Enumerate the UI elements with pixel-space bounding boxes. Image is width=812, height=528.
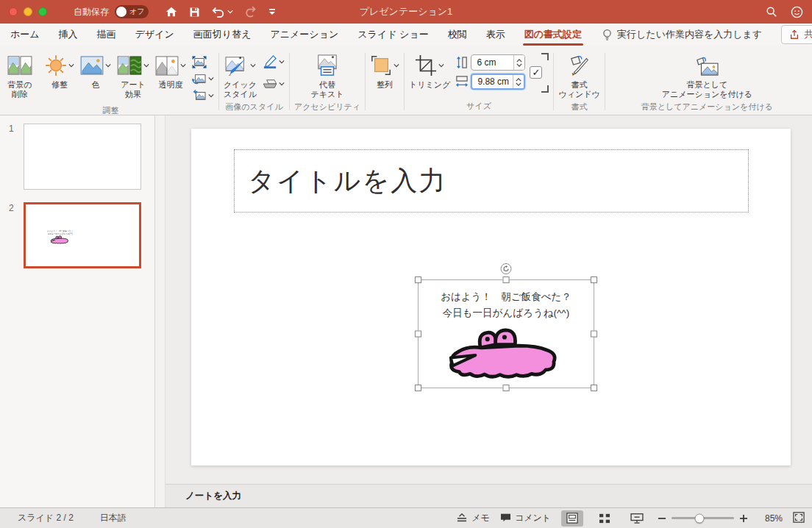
zoom-slider[interactable] — [658, 515, 747, 522]
more-commands-icon[interactable] — [268, 7, 277, 16]
group-arrange: 整列 — [366, 49, 404, 115]
close-button[interactable] — [9, 7, 18, 16]
quick-styles-label: クイック — [224, 80, 257, 89]
resize-handle-w[interactable] — [415, 331, 421, 338]
height-field[interactable]: 6 cm — [471, 54, 525, 71]
lock-aspect-checkbox[interactable]: ✓ — [530, 66, 542, 79]
save-icon[interactable] — [188, 6, 201, 18]
zoom-slider-thumb[interactable] — [695, 513, 705, 523]
fit-slide-button[interactable] — [793, 512, 805, 525]
group-picture-styles: クイックスタイル 画像のスタイル — [219, 49, 289, 115]
share-button[interactable]: 共有 — [781, 25, 812, 44]
width-value: 9.88 cm — [472, 76, 513, 87]
slideshow-icon — [630, 513, 644, 524]
notes-toggle-button[interactable]: メモ — [456, 512, 490, 524]
autosave-toggle[interactable]: オフ — [115, 5, 149, 18]
zoom-in-icon[interactable] — [740, 515, 747, 522]
tell-me-box[interactable]: 実行したい作業内容を入力します — [602, 28, 762, 41]
transparency-button[interactable]: 透明度 — [155, 53, 186, 90]
redo-icon[interactable] — [243, 5, 257, 18]
corrections-button[interactable]: 修整 — [45, 53, 74, 90]
tab-review[interactable]: 校閲 — [448, 25, 467, 44]
language-indicator[interactable]: 日本語 — [100, 512, 127, 524]
remove-background-icon — [7, 53, 32, 78]
selected-picture[interactable]: おはよう！ 朝ご飯食べた？ 今日も一日がんばろうね(^^) — [418, 279, 594, 388]
resize-handle-nw[interactable] — [415, 277, 421, 283]
slide1-thumbnail[interactable] — [24, 124, 141, 190]
format-pane-button[interactable]: 書式ウィンドウ — [558, 53, 599, 99]
tab-slideshow[interactable]: スライド ショー — [357, 25, 428, 44]
resize-handle-e[interactable] — [591, 331, 597, 338]
autosave-label: 自動保存 — [74, 6, 109, 18]
title-bar: プレゼンテーション1 自動保存 オフ — [0, 0, 812, 24]
lock-aspect-ratio: ✓ — [533, 53, 549, 93]
tab-animations[interactable]: アニメーション — [270, 25, 338, 44]
alt-text-button[interactable]: 代替テキスト — [311, 53, 344, 99]
maximize-button[interactable] — [38, 7, 47, 16]
resize-handle-se[interactable] — [591, 385, 597, 391]
crop-button[interactable]: トリミング — [409, 53, 450, 90]
picture-icon — [80, 56, 104, 75]
slide-sorter-icon — [599, 513, 610, 524]
picture-effects-button[interactable] — [263, 76, 285, 91]
zoom-slider-track[interactable] — [672, 517, 734, 519]
minimize-button[interactable] — [24, 7, 32, 16]
compress-picture-button[interactable] — [192, 54, 214, 69]
remove-background-button[interactable]: 背景の削除 — [7, 53, 32, 99]
quick-styles-icon — [224, 55, 249, 76]
autosave-state: オフ — [129, 7, 144, 17]
normal-view-icon — [566, 513, 578, 524]
account-icon[interactable] — [791, 6, 803, 18]
slideshow-button[interactable] — [626, 510, 648, 527]
rotate-handle[interactable] — [501, 263, 512, 274]
status-bar: スライド 2 / 2 日本語 メモ コメント — [0, 507, 812, 528]
shape-height-icon — [456, 56, 468, 69]
change-picture-button[interactable] — [192, 71, 214, 86]
title-placeholder[interactable]: タイトルを入力 — [234, 149, 749, 213]
width-field[interactable]: 9.88 cm — [471, 74, 525, 90]
group-size: トリミング 6 cm — [405, 49, 553, 115]
normal-view-button[interactable] — [561, 510, 583, 527]
slide-sorter-button[interactable] — [594, 510, 616, 527]
color-button[interactable]: 色 — [80, 53, 111, 90]
undo-icon[interactable] — [211, 5, 233, 18]
fit-slide-icon — [793, 512, 805, 523]
picture-border-button[interactable] — [263, 54, 285, 69]
resize-handle-s[interactable] — [503, 385, 510, 391]
resize-handle-n[interactable] — [503, 277, 510, 283]
resize-handle-ne[interactable] — [591, 277, 597, 283]
artistic-effects-button[interactable]: アート効果 — [117, 53, 149, 99]
accessibility-group-label: アクセシビリティ — [294, 99, 360, 115]
reset-picture-button[interactable] — [192, 88, 214, 103]
ribbon: 背景の削除 修整 色 — [0, 46, 812, 115]
notes-pane[interactable]: ノートを入力 — [165, 484, 812, 507]
height-stepper[interactable] — [513, 55, 524, 70]
width-stepper[interactable] — [513, 75, 524, 88]
tab-home[interactable]: ホーム — [10, 25, 40, 44]
home-icon[interactable] — [165, 5, 178, 18]
search-icon[interactable] — [766, 6, 777, 18]
tab-view[interactable]: 表示 — [486, 25, 505, 44]
quick-styles-button[interactable]: クイックスタイル — [224, 53, 257, 99]
bg-animation-button[interactable]: 背景としてアニメーションを付ける — [662, 53, 752, 99]
comments-toggle-button[interactable]: コメント — [500, 512, 551, 524]
zoom-level[interactable]: 85% — [758, 513, 783, 524]
align-button[interactable]: 整列 — [370, 53, 399, 90]
eraser-icon — [263, 79, 277, 89]
tab-draw[interactable]: 描画 — [97, 25, 116, 44]
sun-icon — [45, 54, 67, 76]
tab-insert[interactable]: 挿入 — [59, 25, 78, 44]
bg-animation-label: 背景として — [686, 80, 727, 89]
tab-transitions[interactable]: 画面切り替え — [193, 25, 252, 44]
bg-animation-icon — [694, 54, 719, 76]
bg-animation-group-label: 背景としてアニメーションを付ける — [610, 99, 805, 115]
tab-design[interactable]: デザイン — [135, 25, 174, 44]
slide1-number: 1 — [9, 124, 14, 134]
thumbnail-scrollbar-gutter[interactable] — [155, 115, 165, 507]
resize-handle-sw[interactable] — [415, 385, 421, 391]
slide2-thumbnail[interactable]: おはよう！ 朝ご飯食べた？ 今日も一日がんばろうね(^^) — [24, 202, 141, 268]
tab-picture-format[interactable]: 図の書式設定 — [524, 25, 582, 44]
share-icon — [789, 29, 799, 40]
zoom-out-icon[interactable] — [658, 515, 666, 522]
slide-surface[interactable]: タイトルを入力 おはよう！ 朝ご飯食べた？ 今日も一日がんばろうね(^^) — [191, 129, 791, 465]
